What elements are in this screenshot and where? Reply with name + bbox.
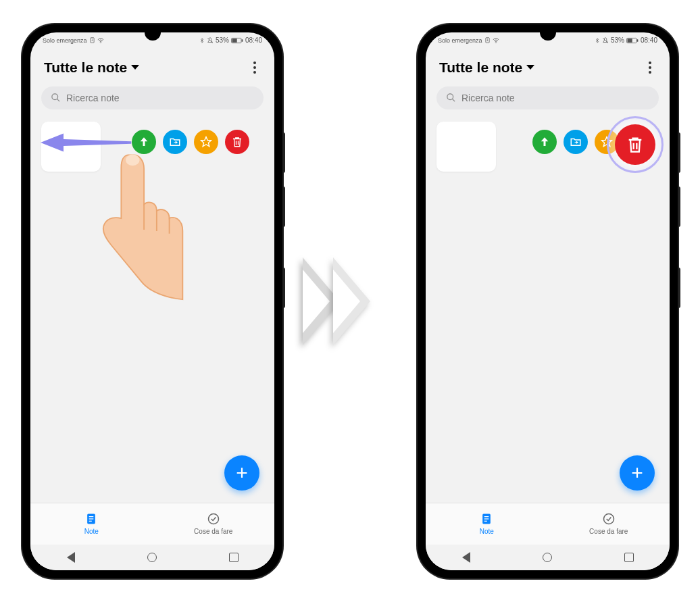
- svg-point-7: [52, 94, 58, 100]
- screen: Solo emergenza 1 53% 08:40 Tutte le note…: [426, 32, 670, 570]
- mute-icon: [207, 37, 214, 44]
- note-item[interactable]: [41, 122, 101, 172]
- more-menu-button[interactable]: [249, 61, 261, 74]
- nav-back-button[interactable]: [462, 552, 470, 563]
- favorite-button[interactable]: [194, 130, 218, 154]
- status-time: 08:40: [641, 36, 657, 44]
- folder-move-icon: [169, 136, 181, 148]
- nav-recent-button[interactable]: [229, 553, 239, 562]
- trash-icon: [231, 136, 243, 148]
- bottom-tabs: Note Cose da fare: [426, 503, 670, 545]
- battery-icon: [626, 37, 639, 44]
- svg-point-23: [447, 94, 453, 100]
- svg-line-8: [57, 99, 59, 101]
- swipe-action-row: [532, 130, 619, 154]
- phone-after: Solo emergenza 1 53% 08:40 Tutte le note…: [418, 24, 678, 578]
- screen: Solo emergenza 1 53% 08:40 Tutte le note…: [30, 32, 274, 570]
- search-input[interactable]: Ricerca note: [436, 86, 659, 109]
- bluetooth-icon: [595, 37, 600, 44]
- note-list-area: +: [426, 115, 670, 503]
- android-nav-bar: [30, 545, 274, 570]
- notch: [145, 24, 161, 41]
- svg-rect-22: [637, 39, 639, 42]
- header: Tutte le note: [30, 49, 274, 81]
- tab-notes-label: Note: [84, 528, 99, 535]
- tab-todo-label: Cose da fare: [589, 528, 628, 535]
- svg-point-29: [603, 514, 614, 524]
- search-input[interactable]: Ricerca note: [41, 86, 264, 109]
- fab-add-button[interactable]: +: [224, 455, 259, 491]
- header: Tutte le note: [426, 49, 670, 81]
- battery-icon: [231, 37, 243, 44]
- svg-point-18: [495, 42, 496, 43]
- pin-button[interactable]: [132, 130, 156, 154]
- phone-before: Solo emergenza 1 53% 08:40 Tutte le note…: [22, 24, 282, 578]
- pin-button[interactable]: [532, 130, 557, 154]
- svg-text:1: 1: [91, 39, 93, 42]
- gesture-hand-icon: [84, 149, 186, 303]
- search-placeholder: Ricerca note: [66, 93, 120, 103]
- nav-back-button[interactable]: [67, 552, 75, 563]
- svg-point-2: [100, 42, 101, 43]
- note-list-area: +: [30, 115, 274, 503]
- sim-icon: 1: [484, 37, 491, 43]
- status-battery-pct: 53%: [216, 36, 229, 44]
- page-title: Tutte le note: [44, 59, 127, 76]
- tab-todo[interactable]: Cose da fare: [548, 503, 670, 545]
- check-circle-icon: [602, 512, 616, 526]
- delete-button-highlighted[interactable]: [615, 124, 655, 165]
- tab-todo[interactable]: Cose da fare: [153, 503, 275, 545]
- tab-notes[interactable]: Note: [30, 503, 153, 545]
- svg-point-10: [126, 154, 140, 166]
- wifi-icon: [97, 37, 104, 44]
- bottom-tabs: Note Cose da fare: [30, 503, 274, 545]
- check-circle-icon: [207, 512, 220, 526]
- notes-icon: [84, 512, 98, 526]
- notch: [540, 24, 556, 41]
- status-network: Solo emergenza: [43, 37, 87, 44]
- pin-up-icon: [539, 136, 551, 148]
- svg-text:1: 1: [486, 39, 489, 42]
- status-time: 08:40: [245, 36, 262, 44]
- search-icon: [446, 93, 456, 103]
- mute-icon: [602, 37, 609, 44]
- folder-move-icon: [570, 136, 582, 148]
- bluetooth-icon: [199, 37, 205, 44]
- note-item[interactable]: [436, 122, 496, 172]
- move-button[interactable]: [564, 130, 588, 154]
- page-title: Tutte le note: [439, 59, 522, 76]
- notes-icon: [480, 512, 493, 526]
- pin-up-icon: [138, 136, 150, 148]
- status-battery-pct: 53%: [611, 36, 624, 44]
- svg-rect-21: [627, 39, 632, 42]
- sim-icon: 1: [89, 37, 95, 43]
- svg-point-15: [208, 514, 218, 524]
- android-nav-bar: [426, 545, 670, 570]
- nav-home-button[interactable]: [147, 553, 157, 562]
- tab-todo-label: Cose da fare: [194, 528, 232, 535]
- tab-notes-label: Note: [480, 528, 494, 535]
- delete-button[interactable]: [225, 130, 249, 154]
- search-placeholder: Ricerca note: [461, 93, 515, 103]
- page-title-dropdown[interactable]: Tutte le note: [44, 59, 139, 76]
- move-button[interactable]: [163, 130, 187, 154]
- delete-highlight: [607, 116, 664, 173]
- svg-rect-6: [242, 39, 243, 42]
- svg-line-24: [452, 99, 455, 101]
- swipe-action-row: [132, 130, 249, 154]
- star-icon: [200, 136, 212, 148]
- status-network: Solo emergenza: [438, 37, 482, 44]
- nav-recent-button[interactable]: [624, 553, 634, 562]
- svg-rect-5: [232, 39, 236, 42]
- trash-icon: [626, 135, 645, 154]
- fab-add-button[interactable]: +: [620, 455, 655, 491]
- tab-notes[interactable]: Note: [426, 503, 548, 545]
- page-title-dropdown[interactable]: Tutte le note: [439, 59, 534, 76]
- transition-chevrons-icon: [303, 241, 397, 362]
- more-menu-button[interactable]: [644, 61, 656, 74]
- nav-home-button[interactable]: [543, 553, 552, 562]
- wifi-icon: [493, 37, 499, 44]
- search-icon: [51, 93, 61, 103]
